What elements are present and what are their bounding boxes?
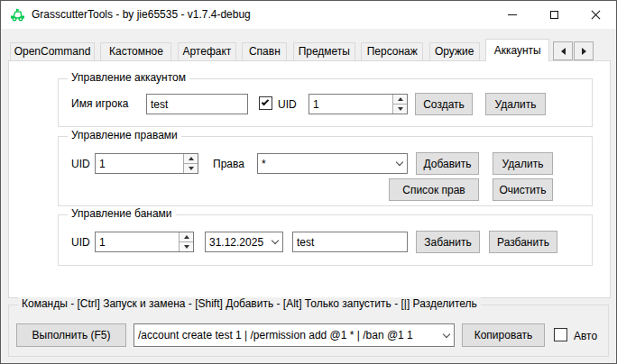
permissions-combobox-value: * [258,158,392,170]
chevron-down-icon [396,159,403,166]
tab-custom[interactable]: Кастомное [100,42,171,60]
spinner-up-button[interactable] [393,95,407,104]
permissions-groupbox: Управление правами UID Права * Добавить … [58,136,593,206]
arrow-right-icon [582,48,586,55]
account-group-title: Управление аккаунтом [68,71,189,84]
commands-groupbox: Команды - [Ctrl] Запуск и замена - [Shif… [8,305,609,357]
tab-weapon[interactable]: Оружие [429,42,480,60]
chevron-down-icon [272,237,279,244]
uid-checkbox[interactable] [259,96,272,110]
spinner-down-button[interactable] [184,163,198,173]
tab-items[interactable]: Предметы [293,42,355,60]
account-uid-stepper[interactable] [308,94,408,114]
run-command-button[interactable]: Выполнить (F5) [16,323,126,347]
minimize-button[interactable] [492,1,533,29]
perm-label: Права [213,158,244,170]
tab-spawn[interactable]: Спавн [242,42,287,60]
player-name-input[interactable] [147,95,247,114]
ban-date-picker[interactable]: 31.12.2025 [205,232,283,252]
arrow-down-icon [189,167,194,170]
unban-button[interactable]: Разбанить [489,231,557,253]
titlebar[interactable]: GrasscutterTools - by jie65535 - v1.7.4-… [1,1,616,29]
tab-strip: OpenCommand Кастомное Артефакт Спавн Пре… [10,37,552,62]
create-account-button[interactable]: Создать [415,93,473,115]
spinner-buttons [392,95,407,114]
player-name-label: Имя игрока [71,97,128,110]
permissions-group-title: Управление правами [68,129,181,141]
command-combobox[interactable]: /account create test 1 | /permission add… [134,323,455,347]
spinner-down-button[interactable] [393,104,407,114]
player-name-field-wrap [146,94,248,114]
list-permissions-button[interactable]: Список прав [389,178,479,201]
auto-checkbox-label: Авто [574,330,597,342]
ban-uid-input[interactable] [96,232,179,251]
tab-opencommand[interactable]: OpenCommand [10,42,95,60]
ban-reason-input[interactable] [293,232,407,251]
perm-uid-input[interactable] [96,154,183,173]
combobox-dropdown[interactable] [439,324,454,346]
ban-date-value: 31.12.2025 [206,236,268,249]
arrow-up-icon [398,97,403,101]
ban-uid-stepper[interactable] [95,232,194,252]
close-button[interactable] [575,1,616,29]
ban-uid-label: UID [71,236,90,249]
arrow-up-icon [189,157,194,160]
auto-checkbox[interactable] [554,328,567,341]
arrow-down-icon [184,245,189,249]
spinner-up-button[interactable] [180,232,193,241]
checkmark-icon [262,98,269,105]
bans-group-title: Управление банами [68,207,176,220]
ban-button[interactable]: Забанить [416,231,480,253]
command-combobox-value: /account create test 1 | /permission add… [134,329,439,341]
clear-permissions-button[interactable]: Очистить [493,178,553,201]
arrow-down-icon [398,107,403,111]
remove-permission-button[interactable]: Удалить [493,152,553,175]
tab-scroll-right-button[interactable] [574,41,594,60]
spinner-buttons [179,232,193,251]
bans-groupbox: Управление банами UID 31.12.2025 Забанит… [58,214,593,266]
tab-scroll-left-button[interactable] [553,41,573,60]
close-icon [591,10,601,20]
tab-character[interactable]: Персонаж [361,42,423,60]
delete-account-button[interactable]: Удалить [485,93,546,115]
window-title: GrasscutterTools - by jie65535 - v1.7.4-… [32,1,251,29]
minimize-icon [508,14,517,15]
spinner-buttons [183,154,198,173]
commands-group-title: Команды - [Ctrl] Запуск и замена - [Shif… [18,297,481,310]
spinner-down-button[interactable] [180,241,193,251]
account-groupbox: Управление аккаунтом Имя игрока UID Созд… [58,78,593,127]
arrow-left-icon [561,48,566,55]
combobox-dropdown[interactable] [392,154,407,173]
spinner-up-button[interactable] [184,154,198,163]
maximize-button[interactable] [533,1,575,29]
account-uid-input[interactable] [309,95,392,114]
perm-uid-label: UID [71,158,90,170]
chevron-down-icon [443,330,450,337]
tab-artifact[interactable]: Артефакт [178,42,236,60]
uid-checkbox-label: UID [278,98,297,111]
ban-reason-field-wrap [292,232,408,252]
app-icon [10,7,25,23]
maximize-icon [550,11,558,19]
datepicker-dropdown[interactable] [268,232,282,251]
perm-uid-stepper[interactable] [95,153,198,174]
add-permission-button[interactable]: Добавить [416,152,479,175]
app-window: GrasscutterTools - by jie65535 - v1.7.4-… [0,0,617,364]
permissions-combobox[interactable]: * [257,153,408,174]
tab-accounts[interactable]: Аккаунты [485,39,549,61]
arrow-up-icon [184,235,189,239]
copy-command-button[interactable]: Копировать [462,323,545,347]
